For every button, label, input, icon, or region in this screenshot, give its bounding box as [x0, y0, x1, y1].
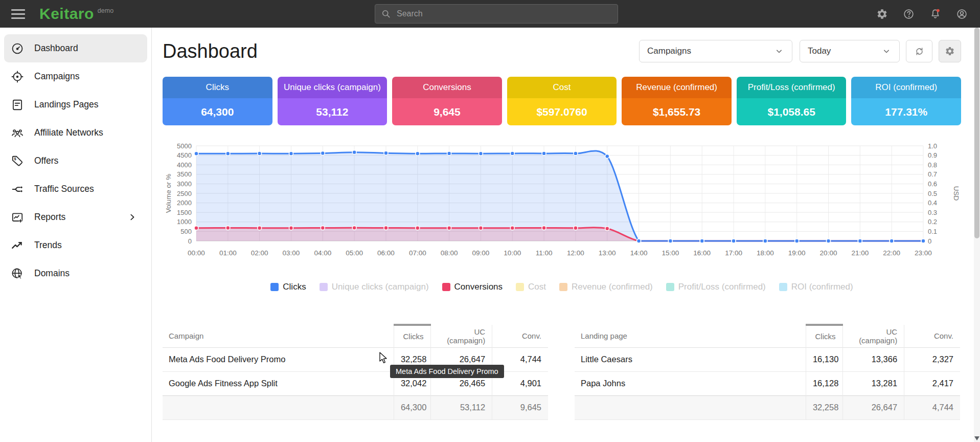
- legend-label: Conversions: [454, 282, 503, 292]
- sidebar-item-trends[interactable]: Trends: [4, 231, 147, 259]
- sidebar-item-dashboard[interactable]: Dashboard: [4, 34, 147, 62]
- sidebar-item-label: Traffic Sources: [34, 184, 94, 194]
- svg-text:13:00: 13:00: [599, 249, 616, 257]
- sidebar-item-label: Affiliate Networks: [34, 127, 103, 138]
- sidebar-item-campaigns[interactable]: Campaigns: [4, 62, 147, 91]
- svg-text:4000: 4000: [177, 161, 192, 169]
- column-header-conv[interactable]: Conv.: [492, 325, 548, 347]
- svg-text:06:00: 06:00: [377, 249, 395, 257]
- legend-label: Unique clicks (campaign): [332, 282, 429, 292]
- globe-icon: [11, 267, 24, 280]
- sidebar-item-domains[interactable]: Domains: [4, 259, 147, 288]
- dashboard-settings-button[interactable]: [939, 40, 961, 62]
- gear-icon[interactable]: [876, 8, 888, 20]
- traffic-chart: 0500100015002000250030003500400045005000…: [163, 141, 961, 270]
- svg-text:$: $: [14, 157, 17, 161]
- svg-text:02:00: 02:00: [251, 249, 268, 257]
- legend-item-cost[interactable]: Cost: [516, 282, 546, 292]
- global-search[interactable]: [375, 4, 618, 24]
- y-axis-right: 00.10.20.30.40.50.60.70.80.91.0USD: [928, 142, 960, 245]
- column-header-landing-page[interactable]: Landing page: [575, 325, 806, 347]
- row-name-cell: Meta Ads Food Delivery Promo: [163, 347, 394, 371]
- sidebar-item-offers[interactable]: $Offers: [4, 147, 147, 175]
- svg-text:0.8: 0.8: [928, 161, 937, 169]
- svg-text:03:00: 03:00: [283, 249, 300, 257]
- legend-item-revenue-confirmed[interactable]: Revenue (confirmed): [559, 282, 653, 292]
- column-header-conv[interactable]: Conv.: [904, 325, 960, 347]
- table-row[interactable]: Papa Johns16,12813,2812,417: [575, 371, 960, 395]
- svg-text:10:00: 10:00: [504, 249, 521, 257]
- svg-text:08:00: 08:00: [441, 249, 458, 257]
- svg-text:17:00: 17:00: [725, 249, 742, 257]
- column-header-uc-campaign[interactable]: UC (campaign): [430, 325, 492, 347]
- kpi-card-unique-clicks-campaign[interactable]: Unique clicks (campaign)53,112: [278, 77, 388, 125]
- kpi-card-label: Clicks: [163, 77, 272, 98]
- refresh-button[interactable]: [906, 40, 932, 62]
- help-icon[interactable]: [903, 8, 915, 20]
- column-header-uc-campaign[interactable]: UC (campaign): [842, 325, 904, 347]
- svg-text:09:00: 09:00: [472, 249, 490, 257]
- legend-label: Profit/Loss (confirmed): [678, 282, 766, 292]
- row-value-cell: 16,130: [806, 347, 842, 371]
- sidebar-item-affiliate-networks[interactable]: Affiliate Networks: [4, 119, 147, 147]
- topbar-icons: [876, 0, 968, 28]
- legend-item-roi-confirmed[interactable]: ROI (confirmed): [779, 282, 853, 292]
- svg-text:01:00: 01:00: [219, 249, 237, 257]
- search-input[interactable]: [396, 9, 612, 19]
- menu-icon[interactable]: [11, 9, 25, 19]
- account-icon[interactable]: [956, 8, 968, 20]
- column-header-campaign[interactable]: Campaign: [163, 325, 394, 347]
- kpi-card-roi-confirmed[interactable]: ROI (confirmed)177.31%: [851, 77, 961, 125]
- sidebar-item-landings-pages[interactable]: Landings Pages: [4, 91, 147, 119]
- legend-item-unique-clicks-campaign[interactable]: Unique clicks (campaign): [320, 282, 429, 292]
- legend-item-profit-loss-confirmed[interactable]: Profit/Loss (confirmed): [666, 282, 766, 292]
- notification-dot: [937, 9, 940, 12]
- table-row[interactable]: Little Caesars16,13013,3662,327: [575, 347, 960, 371]
- legend-swatch: [270, 283, 279, 291]
- svg-text:11:00: 11:00: [536, 249, 553, 257]
- column-header-clicks[interactable]: Clicks: [806, 325, 842, 347]
- kpi-card-clicks[interactable]: Clicks64,300: [163, 77, 272, 125]
- kpi-card-revenue-confirmed[interactable]: Revenue (confirmed)$1,655.73: [622, 77, 732, 125]
- svg-text:12:00: 12:00: [567, 249, 584, 257]
- date-range-select[interactable]: Today: [800, 40, 900, 62]
- legend-swatch: [666, 283, 674, 291]
- sidebar-item-traffic-sources[interactable]: Traffic Sources: [4, 175, 147, 203]
- row-tooltip: Meta Ads Food Delivery Promo: [390, 365, 504, 378]
- svg-text:1000: 1000: [177, 218, 192, 226]
- bell-icon[interactable]: [929, 8, 941, 20]
- tag-icon: $: [11, 154, 24, 168]
- scrollbar-down-arrow[interactable]: [974, 436, 979, 440]
- sidebar-item-label: Domains: [34, 268, 70, 279]
- sidebar-item-reports[interactable]: Reports: [4, 203, 147, 231]
- row-name-cell: Google Ads Fitness App Split: [163, 371, 394, 395]
- svg-text:00:00: 00:00: [188, 249, 205, 257]
- sidebar-item-label: Trends: [34, 240, 62, 251]
- svg-text:19:00: 19:00: [788, 249, 806, 257]
- main-content: Dashboard Campaigns Today Clicks64,: [152, 28, 980, 442]
- svg-text:22:00: 22:00: [883, 249, 900, 257]
- svg-text:0.9: 0.9: [928, 151, 937, 159]
- svg-text:1500: 1500: [177, 209, 192, 216]
- kpi-card-label: Unique clicks (campaign): [278, 77, 388, 98]
- kpi-card-label: Profit/Loss (confirmed): [737, 77, 847, 98]
- svg-text:15:00: 15:00: [662, 249, 679, 257]
- grouping-select[interactable]: Campaigns: [639, 40, 792, 62]
- legend-item-clicks[interactable]: Clicks: [270, 282, 306, 292]
- kpi-card-value: 9,645: [392, 98, 502, 125]
- scrollbar-thumb[interactable]: [974, 28, 979, 238]
- row-value-cell: 13,281: [842, 371, 904, 395]
- kpi-card-cost[interactable]: Cost$597.0760: [507, 77, 617, 125]
- kpi-card-conversions[interactable]: Conversions9,645: [392, 77, 502, 125]
- column-header-clicks[interactable]: Clicks: [394, 325, 430, 347]
- x-axis: 00:0001:0002:0003:0004:0005:0006:0007:00…: [188, 249, 932, 257]
- app-logo[interactable]: Keitaro demo: [39, 5, 113, 23]
- svg-text:21:00: 21:00: [851, 249, 869, 257]
- legend-item-conversions[interactable]: Conversions: [442, 282, 503, 292]
- gear-icon: [945, 46, 955, 56]
- kpi-card-profit-loss-confirmed[interactable]: Profit/Loss (confirmed)$1,058.65: [737, 77, 847, 125]
- vertical-scrollbar[interactable]: [974, 28, 980, 442]
- svg-text:0.5: 0.5: [928, 190, 937, 197]
- row-name-cell: Little Caesars: [575, 347, 806, 371]
- search-icon: [381, 9, 391, 19]
